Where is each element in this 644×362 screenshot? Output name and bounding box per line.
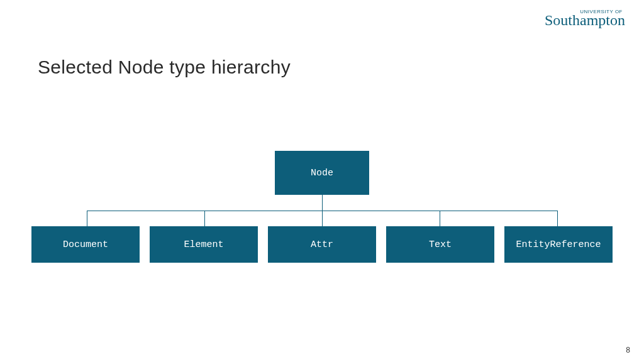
child-node-document: Document: [31, 226, 140, 263]
logo-main: Southampton: [545, 12, 625, 29]
child-node-attr: Attr: [268, 226, 376, 263]
hierarchy-diagram: Node Document Element Attr Text EntityRe…: [31, 151, 613, 263]
connector-lines: [31, 195, 613, 226]
slide-title: Selected Node type hierarchy: [38, 57, 291, 78]
child-node-element: Element: [150, 226, 258, 263]
page-number: 8: [626, 346, 630, 354]
child-node-entityreference: EntityReference: [504, 226, 613, 263]
child-node-text: Text: [386, 226, 494, 263]
university-logo: UNIVERSITY OF Southampton: [545, 9, 625, 29]
child-nodes-row: Document Element Attr Text EntityReferen…: [31, 226, 613, 263]
root-node: Node: [275, 151, 369, 195]
